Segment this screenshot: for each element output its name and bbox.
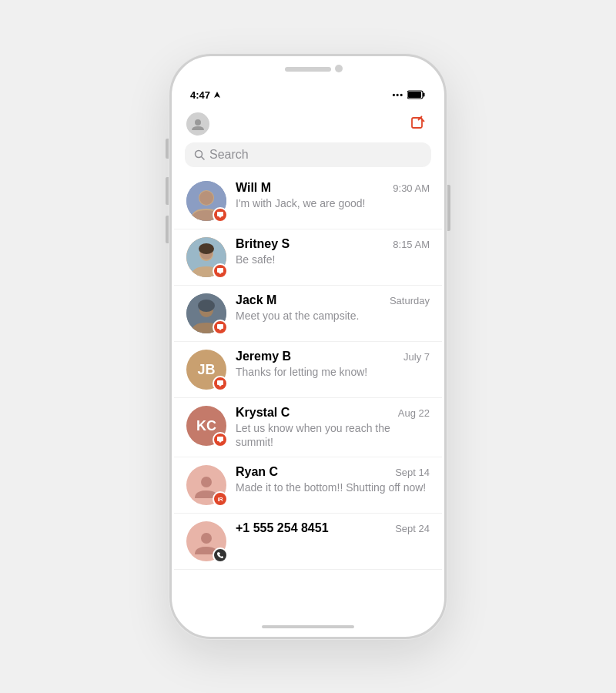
conversation-top-row: Krystal C Aug 22 [236,406,430,420]
svg-rect-20 [217,268,223,273]
svg-marker-21 [219,273,222,274]
conversation-content: Ryan C Sept 14 Made it to the bottom!! S… [236,465,430,494]
svg-marker-28 [219,385,222,387]
avatar-wrapper: JB [186,350,226,390]
conversation-top-row: Will M 9:30 AM [236,181,430,195]
avatar-wrapper [186,293,226,333]
app-header [174,105,442,139]
speaker-grill [285,67,331,72]
contact-name: Krystal C [236,406,290,420]
svg-point-24 [198,300,215,312]
svg-rect-29 [217,437,223,441]
search-bar[interactable]: Search [185,142,431,167]
overlay-badge: iR [213,491,228,507]
svg-marker-30 [219,441,222,443]
message-badge-icon [216,436,224,444]
contact-name: Britney S [236,237,290,251]
status-bar: 4:47 ••• [172,84,444,105]
svg-rect-3 [408,92,421,98]
avatar-wrapper: KC [186,406,226,446]
conversation-content: Britney S 8:15 AM Be safe! [236,237,430,266]
message-badge [213,432,228,447]
list-item[interactable]: +1 555 254 8451 Sept 24 [174,514,442,570]
list-item[interactable]: Jack M Saturday Meet you at the campsite… [174,286,442,342]
message-time: 9:30 AM [393,182,430,194]
time-display: 4:47 [190,89,210,101]
message-badge [213,376,228,391]
notch-area [172,56,444,84]
contact-name: Ryan C [236,465,278,479]
message-preview: Thanks for letting me know! [236,365,430,379]
message-badge-icon [216,211,224,219]
conversation-top-row: +1 555 254 8451 Sept 24 [236,521,430,535]
svg-rect-27 [217,380,223,385]
message-time: Aug 22 [398,407,430,419]
location-icon [213,91,221,99]
status-time: 4:47 [190,89,221,101]
conversation-content: Jeremy B July 7 Thanks for letting me kn… [236,350,430,379]
message-preview: Be safe! [236,253,430,266]
avatar-initials: JB [197,362,215,378]
contact-name: Jack M [236,293,276,307]
conversation-top-row: Jack M Saturday [236,293,430,307]
avatar-wrapper [186,237,226,277]
status-icons-group: ••• [392,90,426,99]
avatar-wrapper: iR [186,465,226,505]
svg-rect-5 [412,118,422,128]
message-badge [213,320,228,335]
contact-name: Jeremy B [236,350,291,363]
avatar-wrapper [186,521,226,561]
message-badge-icon [216,323,224,331]
avatar-initials: KC [196,418,216,434]
conversation-top-row: Britney S 8:15 AM [236,237,430,251]
svg-point-31 [201,477,212,487]
svg-point-19 [199,243,214,254]
list-item[interactable]: JB Jeremy B July 7 [174,342,442,398]
message-time: 8:15 AM [393,239,430,250]
list-item[interactable]: Britney S 8:15 AM Be safe! [174,229,442,286]
contact-name: +1 555 254 8451 [236,521,329,535]
contact-name: Will M [236,181,271,195]
mute-button [166,139,169,159]
message-badge [213,207,228,223]
conversation-top-row: Ryan C Sept 14 [236,465,430,479]
compose-icon-svg [410,116,427,132]
avatar-wrapper [186,181,226,221]
svg-point-32 [201,533,212,544]
svg-rect-14 [217,212,223,216]
list-item[interactable]: KC Krystal C Aug 22 [174,398,442,457]
svg-marker-15 [219,216,222,218]
list-item[interactable]: Will M 9:30 AM I'm with Jack, we are goo… [174,173,442,229]
conversation-content: +1 555 254 8451 Sept 24 [236,521,430,537]
compose-button[interactable] [407,112,430,136]
list-item[interactable]: iR Ryan C Sept 14 Made it to the bottom!… [174,457,442,514]
message-time: Sept 24 [395,523,430,534]
user-icon [191,117,205,131]
signal-dots: ••• [392,90,403,99]
volume-down-button [166,216,169,243]
message-time: Sept 14 [395,467,430,478]
svg-marker-0 [214,92,220,98]
phone-shell: 4:47 ••• [169,54,447,639]
home-indicator [262,625,354,628]
message-time: July 7 [403,351,430,363]
conversation-top-row: Jeremy B July 7 [236,350,430,363]
phone-mockup: 4:47 ••• [169,54,447,639]
overlay-badge-text: iR [218,497,223,502]
battery-icon [407,90,426,99]
message-preview: I'm with Jack, we are good! [236,196,430,210]
svg-rect-2 [423,93,425,97]
svg-rect-25 [217,324,223,329]
svg-point-4 [195,119,201,126]
conversation-content: Will M 9:30 AM I'm with Jack, we are goo… [236,181,430,210]
phone-badge [213,547,228,563]
message-preview: Let us know when you reach the summit! [236,421,430,449]
message-preview: Meet you at the campsite. [236,309,430,323]
user-avatar-header[interactable] [186,112,209,136]
power-button [447,185,450,231]
message-badge [213,263,228,279]
front-camera [335,65,343,72]
svg-marker-26 [219,329,222,330]
volume-up-button [166,177,169,205]
conversation-list: Will M 9:30 AM I'm with Jack, we are goo… [174,173,442,570]
